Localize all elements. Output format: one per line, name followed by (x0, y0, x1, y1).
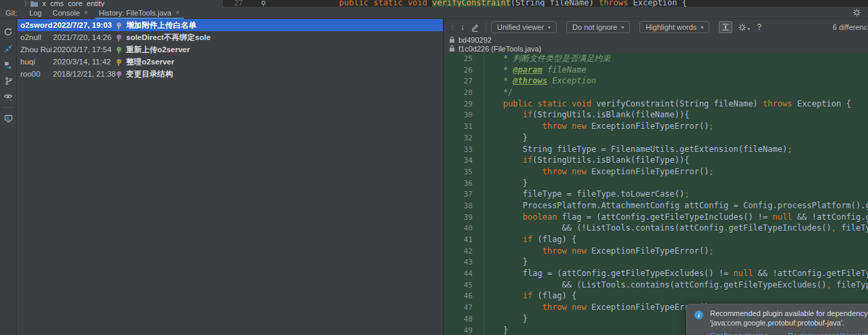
code-token: (flag) { (532, 291, 576, 300)
notification-text-line1: Recommended plugin available for depende… (710, 309, 868, 319)
commit-row[interactable]: o2null2021/7/20, 14:26soleDirect不再绑定sole (18, 31, 443, 43)
lock-icon (449, 45, 455, 52)
configure-plugins-link[interactable]: Configure plugins... (710, 332, 774, 335)
line-number: 36 (444, 178, 474, 190)
line-number: 43 (444, 257, 474, 269)
code-token (484, 155, 523, 165)
tab-log[interactable]: Log (24, 7, 47, 19)
code-token: if (523, 291, 532, 300)
help-icon[interactable]: ? (757, 22, 762, 32)
line-number: 49 (444, 326, 474, 335)
code-token: @throws (513, 76, 547, 85)
line-number: 42 (444, 246, 474, 258)
diff-preview-icon[interactable] (0, 40, 16, 56)
code-line-text: boolean flag = (attConfig.getFileTypeInc… (474, 212, 868, 222)
commit-date: 2022/7/27, 19:03 (53, 19, 112, 31)
clipped-editor-code: 27 public static void verifyConstraint(S… (224, 0, 868, 7)
code-token: fileType)) (836, 223, 868, 233)
commit-row[interactable]: o2sword2022/7/27, 19:03增加附件上传白名单 (18, 19, 443, 31)
highlight-mode-value: Highlight words (646, 23, 696, 31)
code-token: public static void (339, 0, 432, 7)
code-line: 40 && (!ListTools.contains(attConfig.get… (444, 222, 868, 234)
code-line-text: throw new ExceptionFileTypeError(); (474, 121, 714, 131)
next-difference-icon[interactable]: ↓ (460, 22, 465, 32)
ignore-policy-select[interactable]: Do not ignore ▾ (566, 21, 630, 33)
commit-row[interactable]: Zhou Rui2020/3/17, 17:54重新上传o2server (18, 43, 443, 56)
code-line: 45 && (ListTools.contains(attConfig.getF… (444, 279, 868, 291)
diff-settings-gear-icon[interactable]: ▾ (738, 23, 750, 32)
code-token: */ (484, 87, 513, 97)
chevron-right-icon[interactable]: 〉 (24, 0, 26, 7)
gutter-marker-icon (261, 1, 266, 7)
line-number: 47 (444, 302, 474, 314)
code-token (484, 291, 523, 300)
previous-difference-icon[interactable]: ↑ (450, 22, 454, 32)
commit-row[interactable]: huqi2020/3/14, 11:42整理o2server (18, 56, 443, 68)
code-line: 26 * @param fileName (444, 64, 868, 76)
code-token: flag = (attConfig.getFileTypeIncludes() … (557, 212, 772, 222)
tab-history-filetools-java[interactable]: History: FileTools.java× (94, 7, 185, 19)
refresh-icon[interactable] (0, 24, 16, 40)
code-token: Exception { (792, 99, 851, 109)
line-number: 27 (444, 76, 474, 87)
code-line-text: } (474, 133, 528, 142)
code-token: ; (684, 189, 689, 199)
code-token: throw new (542, 302, 587, 312)
code-line-text: if (flag) { (474, 235, 576, 244)
code-token (484, 302, 542, 312)
diff-code-editor[interactable]: 25 * 判断文件类型是否满足约束26 * @param fileName27 … (444, 53, 868, 335)
code-line: 35 throw new ExceptionFileTypeError(); (444, 166, 868, 178)
code-token: null (772, 212, 792, 222)
code-line: 36 } (444, 178, 868, 189)
viewer-mode-select[interactable]: Unified viewer ▾ (491, 21, 557, 33)
notification-actions: Configure plugins... Do not suggest this… (710, 332, 868, 335)
code-line-text: if(StringUtils.isBlank(fileName)){ (474, 110, 689, 119)
code-line: 34 if(StringUtils.isBlank(fileType)){ (444, 155, 868, 166)
code-token: ; (709, 167, 713, 176)
differences-count-label: 6 differences (833, 23, 868, 31)
code-token: @param (513, 65, 542, 75)
code-token: if (523, 235, 532, 244)
settings-gear-icon[interactable] (852, 8, 861, 17)
code-token: ExceptionFileTypeError() (587, 246, 709, 256)
code-token: String fileType = FilenameUtils.getExten… (484, 144, 787, 154)
code-line-text: && (ListTools.contains(attConfig.getFile… (474, 280, 868, 290)
code-token: throw new (542, 167, 587, 176)
branch-icon[interactable] (0, 73, 16, 89)
eye-icon[interactable] (0, 89, 16, 105)
code-token: ; (787, 144, 792, 154)
code-line-text: throw new ExceptionFileTypeError(); (474, 246, 714, 256)
code-line-text: fileType = fileType.toLowerCase(); (474, 189, 689, 199)
code-line: 44 flag = (attConfig.getFileTypeExcludes… (444, 268, 868, 279)
left-toolbar (0, 19, 17, 335)
chevron-down-icon: ▾ (747, 26, 750, 32)
chevron-down-icon: ▾ (621, 24, 624, 31)
details-view-icon[interactable] (0, 110, 16, 126)
tab-strip: LogConsole×History: FileTools.java× (24, 7, 184, 19)
changes-view-icon[interactable] (0, 56, 16, 73)
code-token: (StringUtils.isBlank(fileType)){ (532, 155, 689, 165)
tab-console[interactable]: Console× (47, 7, 93, 19)
highlight-mode-select[interactable]: Highlight words ▾ (639, 21, 709, 33)
code-line-text: throw new ExceptionFileTypeError(); (474, 167, 714, 176)
editor-code-line: public static void verifyConstraint(Stri… (339, 0, 687, 7)
info-icon: i (694, 311, 703, 319)
line-number: 32 (444, 133, 474, 144)
edit-source-icon[interactable] (471, 23, 479, 32)
viewer-mode-value: Unified viewer (497, 23, 544, 31)
close-icon[interactable]: × (84, 9, 88, 16)
commit-message: 增加附件上传白名单 (126, 19, 197, 31)
do-not-suggest-link[interactable]: Do not suggest this plugin (788, 332, 868, 335)
code-line: 29 public static void verifyConstraint(S… (444, 98, 868, 110)
tab-label: History: FileTools.java (99, 9, 172, 17)
commit-pin-icon (117, 59, 121, 64)
collapse-unchanged-toggle[interactable] (719, 21, 732, 33)
code-token: * (484, 65, 513, 75)
lock-icon (449, 36, 455, 43)
close-icon[interactable]: × (176, 9, 180, 16)
tab-label: Console (52, 9, 79, 17)
code-token: fileType = fileType.toLowerCase() (484, 189, 684, 199)
notification-text-line2: 'java:com.google.protobuf:protobuf-java'… (710, 319, 868, 328)
tree-item[interactable]: 〉 x_cms_core_entity (24, 0, 104, 7)
commit-row[interactable]: roo002018/12/21, 21:38变更目录结构 (18, 68, 443, 80)
